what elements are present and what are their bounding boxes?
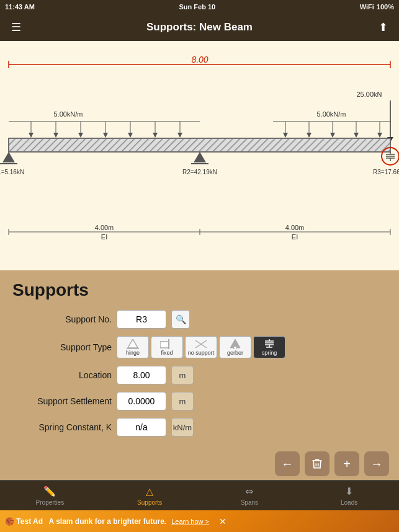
settlement-row: Support Settlement m: [12, 392, 387, 410]
spring-row: Spring Constant, K kN/m: [12, 418, 387, 437]
support-no-label: Support No.: [12, 314, 112, 324]
svg-text:5.00kN/m: 5.00kN/m: [53, 110, 83, 118]
svg-marker-38: [2, 152, 15, 162]
svg-text:R3=17.66kN: R3=17.66kN: [373, 169, 399, 175]
nav-title: Supports: New Beam: [25, 21, 374, 33]
spring-label: spring: [262, 350, 277, 356]
tab-bar: ✏️ Properties △ Supports ⇔ Spans ⬇ Loads: [0, 480, 399, 510]
fixed-label: fixed: [161, 350, 173, 356]
svg-marker-24: [307, 133, 312, 138]
diagram-area: 8.00 5.00kN/m 5.00kN/m 25: [0, 41, 399, 270]
add-button[interactable]: +: [334, 451, 359, 476]
tab-spans-label: Spans: [241, 499, 258, 506]
prev-button[interactable]: ←: [275, 451, 300, 476]
share-button[interactable]: ⬆: [374, 19, 392, 36]
tab-spans[interactable]: ⇔ Spans: [200, 481, 300, 510]
svg-marker-16: [153, 133, 158, 138]
status-time: 11:43 AM: [5, 3, 35, 11]
support-type-row: Support Type hinge fixed: [12, 336, 387, 358]
tab-supports[interactable]: △ Supports: [100, 481, 200, 510]
svg-text:R2=42.19kN: R2=42.19kN: [182, 169, 217, 175]
settlement-label: Support Settlement: [12, 396, 112, 406]
svg-marker-60: [128, 339, 138, 348]
svg-text:EI: EI: [101, 233, 107, 241]
svg-marker-28: [354, 133, 359, 138]
status-bar: 11:43 AM Sun Feb 10 WiFi 100%: [0, 0, 399, 14]
svg-rect-37: [9, 138, 390, 152]
svg-marker-18: [177, 133, 182, 138]
status-date: Sun Feb 10: [179, 3, 215, 11]
location-unit: m: [171, 366, 194, 384]
svg-rect-62: [160, 342, 169, 348]
svg-marker-12: [103, 133, 108, 138]
tab-properties[interactable]: ✏️ Properties: [0, 481, 100, 510]
supports-icon: △: [146, 485, 153, 497]
support-types: hinge fixed no support: [117, 336, 285, 358]
support-type-gerber[interactable]: gerber: [219, 336, 251, 358]
support-no-row: Support No. 🔍: [12, 310, 387, 329]
svg-text:5.00kN/m: 5.00kN/m: [316, 110, 346, 118]
svg-marker-30: [377, 133, 382, 138]
ad-text: 🏀 Test Ad A slam dunk for a brighter fut…: [5, 517, 166, 526]
tab-loads-label: Loads: [341, 499, 357, 506]
ad-banner[interactable]: 🏀 Test Ad A slam dunk for a brighter fut…: [0, 510, 399, 532]
settlement-unit: m: [171, 392, 194, 410]
svg-marker-22: [283, 133, 288, 138]
ad-close-button[interactable]: ✕: [219, 516, 226, 526]
tab-properties-label: Properties: [36, 499, 65, 506]
svg-text:R1=5.16kN: R1=5.16kN: [0, 169, 24, 175]
location-label: Location: [12, 370, 112, 380]
location-input[interactable]: [117, 366, 166, 384]
battery-icon: 100%: [377, 3, 394, 11]
next-button[interactable]: →: [364, 451, 389, 476]
wifi-icon: WiFi: [360, 3, 374, 11]
svg-marker-10: [78, 133, 83, 138]
svg-text:EI: EI: [292, 233, 298, 241]
loads-icon: ⬇: [345, 485, 353, 497]
svg-marker-41: [194, 152, 206, 162]
spring-input[interactable]: [117, 418, 166, 437]
diagram-svg: 8.00 5.00kN/m 5.00kN/m 25: [0, 41, 399, 270]
ad-inner: 🏀 Test Ad A slam dunk for a brighter fut…: [0, 510, 399, 532]
svg-text:8.00: 8.00: [191, 55, 208, 64]
no-support-label: no support: [188, 350, 215, 356]
search-button[interactable]: 🔍: [171, 310, 190, 329]
support-type-fixed[interactable]: fixed: [151, 336, 183, 358]
svg-text:4.00m: 4.00m: [285, 224, 305, 231]
delete-button[interactable]: [305, 451, 330, 476]
action-buttons: ← + →: [275, 451, 389, 476]
svg-marker-6: [29, 133, 34, 138]
hinge-label: hinge: [126, 350, 140, 356]
nav-bar: ☰ Supports: New Beam ⬆: [0, 14, 399, 41]
svg-point-67: [234, 346, 237, 349]
location-row: Location m: [12, 366, 387, 384]
form-area: Support No. 🔍 Support Type hinge: [0, 310, 399, 437]
gerber-label: gerber: [227, 350, 243, 356]
svg-marker-26: [330, 133, 335, 138]
support-type-spring[interactable]: spring: [253, 336, 285, 358]
form-section: Supports Support No. 🔍 Support Type hing…: [0, 270, 399, 513]
svg-text:4.00m: 4.00m: [95, 224, 114, 231]
svg-marker-8: [53, 133, 58, 138]
svg-marker-14: [128, 133, 133, 138]
support-type-hinge[interactable]: hinge: [117, 336, 149, 358]
menu-button[interactable]: ☰: [7, 19, 25, 36]
spring-unit: kN/m: [171, 418, 194, 437]
section-title: Supports: [0, 280, 399, 310]
support-no-input[interactable]: [117, 310, 166, 329]
spans-icon: ⇔: [245, 485, 253, 497]
support-type-label: Support Type: [12, 342, 112, 352]
tab-loads[interactable]: ⬇ Loads: [299, 481, 399, 510]
settlement-input[interactable]: [117, 392, 166, 410]
spring-label: Spring Constant, K: [12, 422, 112, 432]
svg-text:25.00kN: 25.00kN: [357, 91, 382, 98]
ad-cta[interactable]: Learn how >: [171, 518, 209, 525]
properties-icon: ✏️: [43, 485, 56, 497]
status-icons: WiFi 100%: [360, 3, 394, 11]
tab-supports-label: Supports: [137, 499, 162, 506]
support-type-none[interactable]: no support: [185, 336, 217, 358]
